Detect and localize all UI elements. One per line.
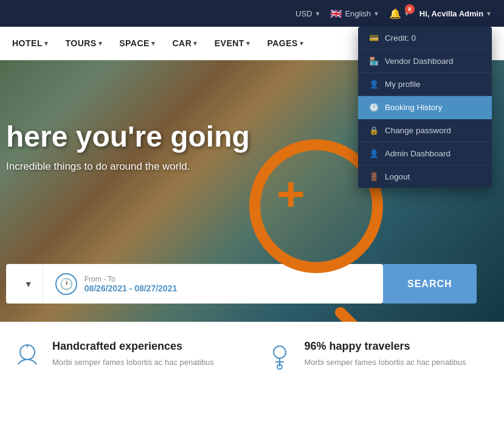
nav-space[interactable]: SPACE ▾ <box>119 38 155 48</box>
feature-travelers-text: 96% happy travelers Morbi semper fames l… <box>305 340 466 369</box>
booking-label: Booking History <box>385 103 443 112</box>
chevron-down-icon: ▾ <box>151 40 156 47</box>
admin-label: Admin Dashboard <box>385 149 450 158</box>
credit-icon: 💳 <box>369 33 379 43</box>
date-label: From - To <box>85 275 178 283</box>
language-arrow: ▼ <box>373 10 379 17</box>
feature-travelers: 96% happy travelers Morbi semper fames l… <box>264 340 492 370</box>
lock-icon: 🔒 <box>369 126 379 135</box>
notification-bell[interactable]: 🔔 8 ▼ <box>389 8 410 19</box>
chevron-down-icon: ▾ <box>44 40 49 47</box>
date-text: From - To 08/26/2021 - 08/27/2021 <box>85 275 178 293</box>
bell-icon: 🔔 <box>389 8 401 19</box>
date-value: 08/26/2021 - 08/27/2021 <box>85 283 178 293</box>
feature-travelers-title: 96% happy travelers <box>305 340 466 353</box>
search-bar: ▼ 🕐 From - To 08/26/2021 - 08/27/2021 SE… <box>0 264 504 304</box>
admin-icon: 👤 <box>369 149 379 158</box>
chevron-down-icon: ▾ <box>193 40 198 47</box>
feature-handcrafted-text: Handcrafted experiences Morbi semper fam… <box>52 340 214 369</box>
dropdown-arrow: ▼ <box>24 279 33 289</box>
clock-icon: 🕐 <box>55 273 77 295</box>
language-selector[interactable]: 🇬🇧 English ▼ <box>330 8 379 19</box>
logout-icon: 🚪 <box>369 172 379 181</box>
dropdown-item-vendor[interactable]: 🏪 Vendor Dashboard <box>358 50 492 73</box>
language-label: English <box>345 9 371 18</box>
feature-handcrafted-title: Handcrafted experiences <box>52 340 214 353</box>
search-button[interactable]: SEARCH <box>383 264 477 304</box>
user-arrow: ▼ <box>486 10 492 17</box>
nav-event[interactable]: EVENT ▾ <box>215 38 250 48</box>
feature-travelers-desc: Morbi semper fames lobortis ac hac penat… <box>305 356 466 369</box>
profile-icon: 👤 <box>369 80 379 89</box>
search-type-dropdown[interactable]: ▼ <box>6 264 43 304</box>
dropdown-label <box>16 279 21 289</box>
travelers-icon <box>264 340 295 370</box>
currency-label: USD <box>295 9 312 18</box>
search-date-field[interactable]: 🕐 From - To 08/26/2021 - 08/27/2021 <box>43 273 383 295</box>
user-greeting: Hi, Acvilla Admin <box>419 9 483 18</box>
handcrafted-icon <box>12 340 43 370</box>
nav-pages[interactable]: PAGES ▾ <box>267 38 303 48</box>
feature-handcrafted: Handcrafted experiences Morbi semper fam… <box>12 340 240 370</box>
logout-label: Logout <box>385 172 410 181</box>
user-menu-trigger[interactable]: Hi, Acvilla Admin ▼ <box>419 9 492 18</box>
dropdown-item-credit[interactable]: 💳 Credit: 0 <box>358 27 492 50</box>
dropdown-item-logout[interactable]: 🚪 Logout <box>358 165 492 188</box>
credit-label: Credit: 0 <box>385 33 416 43</box>
nav-tours[interactable]: TOURS ▾ <box>65 38 102 48</box>
feature-handcrafted-desc: Morbi semper fames lobortis ac hac penat… <box>52 356 214 369</box>
chevron-down-icon: ▾ <box>300 40 304 47</box>
top-bar: USD ▼ 🇬🇧 English ▼ 🔔 8 ▼ Hi, Acvilla Adm… <box>0 0 504 27</box>
chevron-down-icon: ▾ <box>246 40 250 47</box>
nav-hotel[interactable]: HOTEL ▾ <box>12 38 48 48</box>
vendor-icon: 🏪 <box>369 57 379 66</box>
dropdown-item-admin[interactable]: 👤 Admin Dashboard <box>358 142 492 165</box>
svg-point-2 <box>274 346 286 358</box>
chevron-down-icon: ▾ <box>98 40 103 47</box>
notification-badge: 8 <box>405 4 415 14</box>
search-bar-inner: ▼ 🕐 From - To 08/26/2021 - 08/27/2021 <box>6 264 383 304</box>
currency-arrow: ▼ <box>315 10 321 17</box>
booking-icon: 🕐 <box>369 103 379 112</box>
profile-label: My profile <box>385 80 421 89</box>
vendor-label: Vendor Dashboard <box>385 57 454 66</box>
flag-icon: 🇬🇧 <box>330 8 342 19</box>
dropdown-item-booking[interactable]: 🕐 Booking History <box>358 96 492 119</box>
password-label: Change password <box>385 126 451 135</box>
user-dropdown-menu: 💳 Credit: 0 🏪 Vendor Dashboard 👤 My prof… <box>358 27 492 188</box>
nav-car[interactable]: CAR ▾ <box>172 38 197 48</box>
dropdown-item-profile[interactable]: 👤 My profile <box>358 73 492 96</box>
dropdown-item-password[interactable]: 🔒 Change password <box>358 119 492 142</box>
features-section: Handcrafted experiences Morbi semper fam… <box>0 322 504 389</box>
currency-selector[interactable]: USD ▼ <box>295 9 320 18</box>
